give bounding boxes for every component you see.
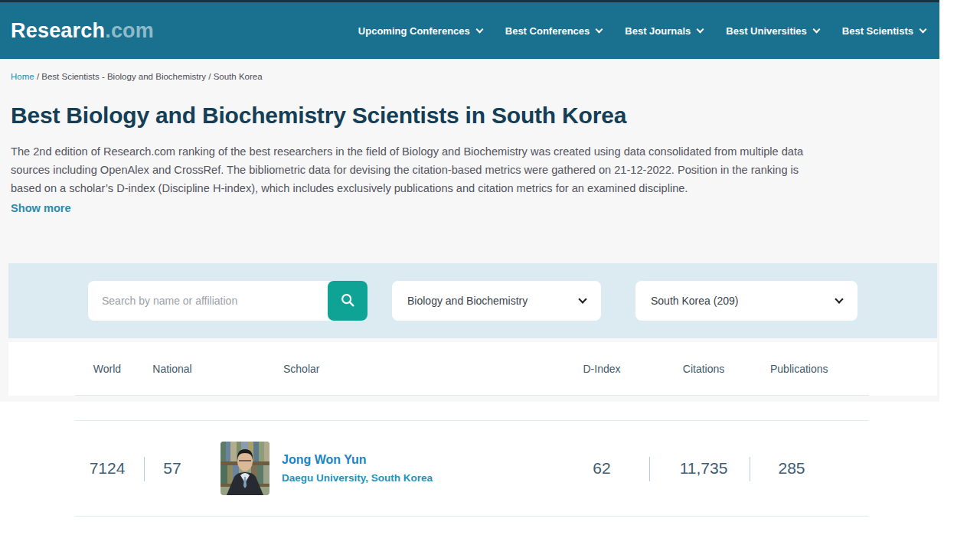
chevron-down-icon xyxy=(475,25,483,33)
chevron-down-icon xyxy=(812,25,820,33)
world-rank: 7124 xyxy=(75,459,139,478)
table-header-row: World National Scholar D-Index Citations… xyxy=(75,342,869,396)
research-com-logo[interactable]: Research.com xyxy=(11,19,154,43)
scholar-photo[interactable] xyxy=(220,442,270,495)
show-more-link[interactable]: Show more xyxy=(11,201,71,216)
page-description: The 2nd edition of Research.com ranking … xyxy=(11,142,939,197)
scholar-cell: Jong Won Yun Daegu University, South Kor… xyxy=(205,442,567,495)
logo-research: Research xyxy=(11,19,105,42)
chevron-down-icon xyxy=(835,295,843,303)
nav-best-scientists[interactable]: Best Scientists xyxy=(842,25,926,37)
page-body: Home / Best Scientists - Biology and Bio… xyxy=(0,59,939,402)
column-header-scholar: Scholar xyxy=(205,363,567,375)
nav-best-universities[interactable]: Best Universities xyxy=(726,25,819,37)
country-select[interactable]: South Korea (209) xyxy=(635,281,858,321)
description-line: based on a scholar’s D-index (Discipline… xyxy=(11,179,939,197)
row-divider xyxy=(649,457,650,481)
breadcrumb-home-link[interactable]: Home xyxy=(11,72,34,81)
main-nav: Upcoming Conferences Best Conferences Be… xyxy=(358,25,926,37)
row-divider xyxy=(144,457,145,481)
chevron-down-icon xyxy=(920,25,927,33)
discipline-select[interactable]: Biology and Biochemistry xyxy=(392,281,601,321)
search-icon xyxy=(339,292,356,311)
search-box xyxy=(88,281,368,321)
top-navigation-bar: Research.com Upcoming Conferences Best C… xyxy=(0,0,939,59)
nav-label: Best Scientists xyxy=(842,25,913,37)
page-title: Best Biology and Biochemistry Scientists… xyxy=(11,101,939,130)
filter-panel: Biology and Biochemistry South Korea (20… xyxy=(8,263,937,338)
column-header-publications: Publications xyxy=(770,363,841,375)
nav-label: Upcoming Conferences xyxy=(358,25,470,37)
nav-upcoming-conferences[interactable]: Upcoming Conferences xyxy=(358,25,482,37)
breadcrumb-separator: / xyxy=(206,72,214,81)
nav-label: Best Conferences xyxy=(505,25,590,37)
column-header-national: National xyxy=(139,363,205,375)
table-row: 7124 57 xyxy=(75,420,869,517)
search-button[interactable] xyxy=(328,281,368,321)
chevron-down-icon xyxy=(596,25,603,33)
scholar-name-link[interactable]: Jong Won Yun xyxy=(282,452,433,468)
country-selected-value: South Korea (209) xyxy=(651,295,738,307)
logo-tld: .com xyxy=(105,19,154,42)
chevron-down-icon xyxy=(578,295,586,303)
nav-best-conferences[interactable]: Best Conferences xyxy=(505,25,603,37)
column-header-world: World xyxy=(75,363,139,375)
description-line: The 2nd edition of Research.com ranking … xyxy=(11,142,939,161)
nav-best-journals[interactable]: Best Journals xyxy=(625,25,703,37)
discipline-selected-value: Biology and Biochemistry xyxy=(407,295,528,307)
nav-label: Best Universities xyxy=(726,25,807,37)
breadcrumb-section: Best Scientists - Biology and Biochemist… xyxy=(41,72,206,81)
column-header-citations: Citations xyxy=(637,363,770,375)
scholar-affiliation-link[interactable]: Daegu University, South Korea xyxy=(282,472,433,484)
breadcrumb: Home / Best Scientists - Biology and Bio… xyxy=(0,59,939,81)
scholar-list: 7124 57 xyxy=(0,420,980,517)
table-header-card: World National Scholar D-Index Citations… xyxy=(8,342,937,396)
publications-value: 285 xyxy=(770,459,841,478)
scholar-identity: Jong Won Yun Daegu University, South Kor… xyxy=(282,452,433,484)
breadcrumb-current: South Korea xyxy=(214,72,263,81)
column-header-d-index: D-Index xyxy=(567,363,637,375)
d-index-value: 62 xyxy=(567,459,637,478)
chevron-down-icon xyxy=(697,25,704,33)
nav-label: Best Journals xyxy=(625,25,691,37)
row-divider xyxy=(750,457,750,481)
description-line: sources including OpenAlex and CrossRef.… xyxy=(11,161,939,179)
national-rank: 57 xyxy=(139,459,205,478)
search-input[interactable] xyxy=(88,281,368,321)
